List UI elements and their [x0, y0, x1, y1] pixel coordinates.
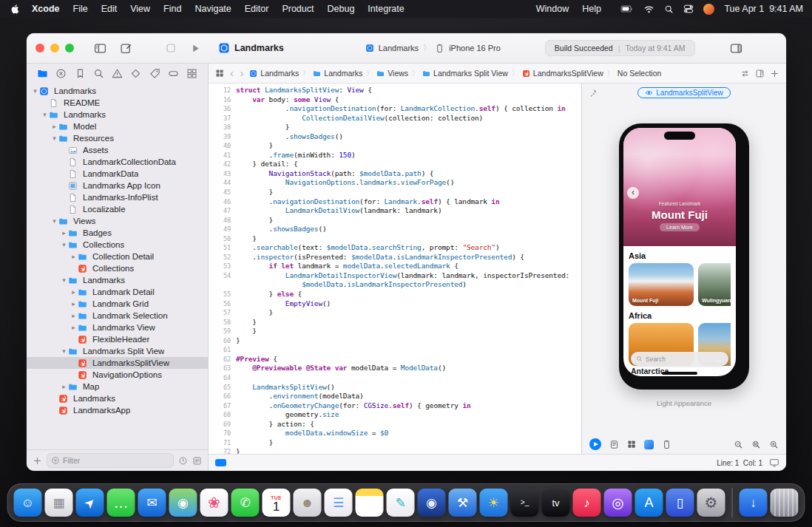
dock-photo-booth-icon[interactable]: ◉: [418, 489, 446, 517]
dock-launchpad-icon[interactable]: ▦: [45, 489, 73, 517]
selectable-text-icon[interactable]: [609, 440, 619, 449]
color-scheme-variants-icon[interactable]: [644, 440, 654, 449]
navigator-tab-tests[interactable]: [130, 68, 141, 79]
tree-item-resources[interactable]: ▾Resources: [27, 132, 208, 144]
menu-product[interactable]: Product: [275, 4, 320, 14]
dock-reminders-icon[interactable]: ☰: [325, 489, 353, 517]
disclosure-closed-icon[interactable]: ▸: [60, 383, 68, 390]
back-chevron-button[interactable]: ‹: [627, 187, 639, 199]
preview-search-field[interactable]: Search: [631, 352, 728, 366]
tree-item-landmarks-infoplist[interactable]: Landmarks-InfoPlist: [27, 191, 208, 203]
disclosure-open-icon[interactable]: ▾: [60, 347, 68, 355]
compose-editor-icon[interactable]: [113, 42, 139, 55]
disclosure-open-icon[interactable]: ▾: [50, 217, 58, 225]
tree-item-navigationoptions[interactable]: NavigationOptions: [27, 369, 208, 381]
jump-bar-item-landmarks[interactable]: Landmarks: [249, 69, 299, 78]
menu-debug[interactable]: Debug: [321, 4, 362, 14]
zoom-fit-icon[interactable]: [751, 440, 761, 449]
tree-item-collection-detail[interactable]: ▸Collection Detail: [27, 251, 208, 262]
navigator-tab-source-control[interactable]: [55, 68, 67, 79]
tree-item-landmark-selection[interactable]: ▸Landmark Selection: [27, 310, 208, 322]
control-center-icon[interactable]: [683, 4, 694, 14]
code-area[interactable]: 12struct LandmarksSplitView: View {16 va…: [209, 84, 581, 454]
tree-item-landmarks[interactable]: ▾Landmarks: [27, 109, 208, 120]
dock-finder-icon[interactable]: ☺: [14, 489, 42, 517]
tree-item-landmarks-app-icon[interactable]: Landmarks App Icon: [27, 180, 208, 191]
dock-facetime-icon[interactable]: ✆: [231, 489, 260, 517]
tree-item-collections[interactable]: ▾Collections: [27, 239, 208, 251]
disclosure-closed-icon[interactable]: ▸: [70, 300, 78, 307]
variants-grid-icon[interactable]: [627, 440, 636, 449]
editor-swap-icon[interactable]: [740, 69, 750, 78]
scheme-selector[interactable]: Landmarks 〉 iPhone 16 Pro: [365, 43, 501, 53]
disclosure-open-icon[interactable]: ▾: [60, 276, 68, 284]
dock-settings-icon[interactable]: ⚙: [697, 489, 725, 517]
menu-integrate[interactable]: Integrate: [361, 4, 410, 14]
sidebar-toggle-icon[interactable]: [87, 42, 113, 55]
zoom-button[interactable]: [65, 44, 74, 52]
close-button[interactable]: [35, 44, 44, 52]
add-file-button[interactable]: [33, 456, 42, 466]
dock-calendar-icon[interactable]: TUE1: [263, 489, 291, 517]
live-preview-button[interactable]: [589, 438, 601, 450]
minimize-button[interactable]: [50, 44, 59, 52]
navigator-tab-find[interactable]: [93, 68, 104, 79]
pin-preview-icon[interactable]: [588, 88, 598, 98]
featured-landmark-hero[interactable]: ‹ Featured Landmark Mount Fuji Learn Mor…: [623, 128, 736, 246]
dock-photos-icon[interactable]: ❀: [200, 489, 229, 517]
disclosure-open-icon[interactable]: ▾: [60, 241, 68, 248]
zoom-out-icon[interactable]: [734, 440, 743, 449]
tree-item-badges[interactable]: ▸Badges: [27, 227, 208, 239]
menu-navigate[interactable]: Navigate: [188, 4, 237, 14]
menu-xcode[interactable]: Xcode: [25, 4, 67, 14]
dock-notes-icon[interactable]: ☰: [356, 489, 384, 517]
dock-podcasts-icon[interactable]: ◎: [604, 489, 632, 517]
navigator-tab-bookmarks[interactable]: [75, 68, 86, 79]
dock-maps-icon[interactable]: ◉: [169, 489, 197, 517]
tree-item-landmarks[interactable]: Landmarks: [27, 392, 208, 404]
adjust-editor-icon[interactable]: [755, 69, 765, 78]
dock-safari-icon[interactable]: ➤: [76, 489, 104, 517]
tree-item-landmarks-view[interactable]: ▸Landmarks View: [27, 322, 208, 333]
menu-find[interactable]: Find: [157, 4, 188, 14]
disclosure-closed-icon[interactable]: ▸: [70, 312, 78, 319]
landmark-card-mount-fuji[interactable]: Mount Fuji: [629, 263, 694, 306]
jump-bar-item-landmarks-split-view[interactable]: Landmarks Split View: [422, 69, 508, 78]
tree-item-landmarkssplitview[interactable]: LandmarksSplitView: [27, 357, 208, 369]
dock-trash-icon[interactable]: [771, 489, 799, 517]
tree-item-localizable[interactable]: Localizable: [27, 203, 208, 215]
tree-item-landmarkcollectiondata[interactable]: LandmarkCollectionData: [27, 156, 208, 168]
jump-bar-item-landmarks[interactable]: Landmarks: [313, 69, 362, 78]
user-avatar[interactable]: [703, 4, 714, 15]
disclosure-open-icon[interactable]: ▾: [41, 111, 49, 118]
related-items-icon[interactable]: [215, 69, 224, 78]
menu-view[interactable]: View: [124, 4, 157, 14]
tree-item-landmark-grid[interactable]: ▸Landmark Grid: [27, 298, 208, 310]
tree-item-landmarks[interactable]: ▾Landmarks: [27, 85, 208, 97]
menu-help[interactable]: Help: [575, 4, 608, 14]
menu-edit[interactable]: Edit: [95, 4, 124, 14]
tree-item-landmarkdata[interactable]: LandmarkData: [27, 168, 208, 180]
tree-item-flexibleheader[interactable]: FlexibleHeader: [27, 333, 208, 345]
tree-item-views[interactable]: ▾Views: [27, 215, 208, 227]
recents-filter-icon[interactable]: [178, 456, 188, 466]
jump-bar-item-landmarkssplitview[interactable]: LandmarksSplitView: [522, 69, 603, 78]
tree-item-landmarksapp[interactable]: LandmarksApp: [27, 404, 208, 416]
tree-item-landmark-detail[interactable]: ▸Landmark Detail: [27, 286, 208, 298]
disclosure-closed-icon[interactable]: ▸: [50, 123, 58, 130]
disclosure-closed-icon[interactable]: ▸: [70, 324, 78, 331]
menu-window[interactable]: Window: [530, 4, 575, 14]
navigator-tab-project-navigator[interactable]: [37, 68, 48, 79]
dock-weather-icon[interactable]: ☀: [480, 489, 508, 517]
menu-file[interactable]: File: [67, 4, 95, 14]
search-icon[interactable]: [664, 4, 674, 14]
run-button[interactable]: [183, 43, 208, 54]
stop-button[interactable]: [158, 42, 183, 54]
forward-button[interactable]: ›: [240, 68, 245, 78]
dock-music-icon[interactable]: ♪: [573, 489, 601, 517]
device-preview-icon[interactable]: [769, 458, 779, 468]
wifi-icon[interactable]: [643, 4, 654, 15]
jump-bar-item-no-selection[interactable]: No Selection: [618, 69, 662, 78]
dock-terminal-icon[interactable]: >_: [511, 489, 539, 517]
disclosure-open-icon[interactable]: ▾: [31, 87, 39, 95]
